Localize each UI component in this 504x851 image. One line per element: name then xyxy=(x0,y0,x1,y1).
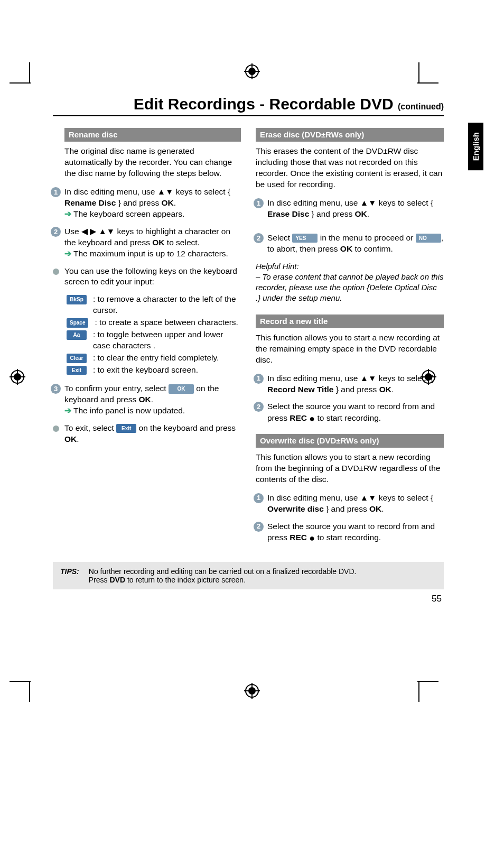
rename-step-1: 1 In disc editing menu, use ▲▼ keys to s… xyxy=(53,187,241,220)
step-number-icon: 2 xyxy=(51,227,61,237)
step-number-icon: 1 xyxy=(254,198,264,208)
yes-key-icon: YES xyxy=(292,234,318,243)
rename-intro: The original disc name is generated auto… xyxy=(64,146,241,179)
crop-mark xyxy=(10,82,31,84)
keyboard-keys-intro: You can use the following keys on the ke… xyxy=(53,266,241,288)
section-erase-disc: Erase disc (DVD±RWs only) xyxy=(256,128,444,142)
overwrite-step-2: 2 Select the source you want to record f… xyxy=(256,521,444,545)
tips-label: TIPS: xyxy=(60,567,79,584)
key-clear-row: Clear : to clear the entry field complet… xyxy=(67,353,241,364)
section-rename-disc: Rename disc xyxy=(64,128,241,142)
language-tab: English xyxy=(468,123,483,170)
exit-key-icon: Exit xyxy=(116,424,136,433)
step-number-icon: 1 xyxy=(51,187,61,197)
step-number-icon: 1 xyxy=(254,493,264,503)
rename-step-2: 2 Use ◀ ▶ ▲▼ keys to highlight a charact… xyxy=(53,226,241,260)
erase-step-2: 2 Select YES in the menu to proceed or N… xyxy=(256,233,444,255)
record-intro: This function allows you to start a new … xyxy=(256,332,444,366)
clear-key-icon: Clear xyxy=(67,354,87,363)
record-dot-icon: ● xyxy=(309,533,315,543)
tips-text: No further recording and editing can be … xyxy=(89,567,357,584)
registration-mark-bottom xyxy=(245,684,259,698)
crop-mark xyxy=(417,82,438,84)
step-number-icon: 1 xyxy=(254,374,264,384)
registration-mark-top xyxy=(245,64,259,78)
right-column: Erase disc (DVD±RWs only) This erases th… xyxy=(256,128,444,551)
record-dot-icon: ● xyxy=(309,413,315,424)
crop-mark xyxy=(29,62,30,84)
key-space-row: Space : to create a space between charac… xyxy=(67,317,241,328)
page-content: Edit Recordings - Recordable DVD (contin… xyxy=(53,95,444,604)
crop-mark xyxy=(10,681,31,682)
crop-mark xyxy=(418,62,419,84)
step-number-icon: 3 xyxy=(51,384,61,394)
bullet-icon xyxy=(53,426,59,432)
key-aa-row: Aa : to toggle between upper and lower c… xyxy=(67,329,241,352)
page-title: Edit Recordings - Recordable DVD (contin… xyxy=(53,95,444,116)
crop-mark xyxy=(418,681,419,702)
crop-mark xyxy=(29,681,30,702)
crop-mark xyxy=(417,681,438,682)
result-arrow-icon: ➔ xyxy=(64,406,71,415)
rename-exit-step: To exit, select Exit on the keyboard and… xyxy=(53,423,241,445)
title-main: Edit Recordings - Recordable DVD xyxy=(134,95,398,113)
aa-key-icon: Aa xyxy=(67,330,87,340)
rename-step-3: 3 To confirm your entry, select OK on th… xyxy=(53,383,241,417)
erase-intro: This erases the content of the DVD±RW di… xyxy=(256,146,444,190)
overwrite-step-1: 1 In disc editing menu, use ▲▼ keys to s… xyxy=(256,493,444,515)
record-step-2: 2 Select the source you want to record f… xyxy=(256,401,444,425)
result-arrow-icon: ➔ xyxy=(64,209,71,218)
step-number-icon: 2 xyxy=(254,402,264,412)
page-number: 55 xyxy=(53,594,444,604)
exit-key-icon: Exit xyxy=(67,366,87,375)
space-key-icon: Space xyxy=(67,318,88,328)
result-arrow-icon: ➔ xyxy=(64,249,71,258)
section-overwrite-disc: Overwrite disc (DVD±RWs only) xyxy=(256,434,444,448)
title-continued: (continued) xyxy=(398,102,444,111)
key-bksp-row: BkSp : to remove a character to the left… xyxy=(67,294,241,316)
bksp-key-icon: BkSp xyxy=(67,295,87,304)
key-exit-row: Exit : to exit the keyboard screen. xyxy=(67,365,241,376)
helpful-hint: Helpful Hint: – To erase content that ca… xyxy=(256,261,444,304)
no-key-icon: NO xyxy=(416,234,441,243)
section-record-new-title: Record a new title xyxy=(256,314,444,328)
tips-box: TIPS: No further recording and editing c… xyxy=(53,562,444,589)
left-column: Rename disc The original disc name is ge… xyxy=(53,128,241,551)
step-number-icon: 2 xyxy=(254,522,264,532)
erase-step-1: 1 In disc editing menu, use ▲▼ keys to s… xyxy=(256,198,444,220)
bullet-icon xyxy=(53,269,59,275)
record-step-1: 1 In disc editing menu, use ▲▼ keys to s… xyxy=(256,373,444,395)
ok-key-icon: OK xyxy=(169,384,194,394)
registration-mark-left xyxy=(11,370,24,384)
step-number-icon: 2 xyxy=(254,233,264,243)
overwrite-intro: This function allows you to start a new … xyxy=(256,452,444,485)
